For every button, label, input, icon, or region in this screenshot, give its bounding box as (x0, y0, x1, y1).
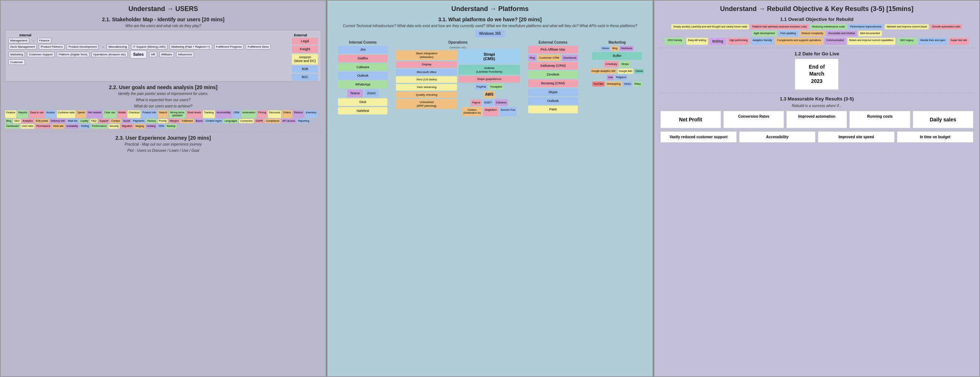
org-it: IT Support (Moving LMS) (131, 44, 167, 50)
mkt-gads: Google Ads (618, 69, 633, 74)
section-23-sub2: Plot - Users vs Discover / Learn / Use /… (5, 149, 321, 153)
int-ext-header: Internal External (8, 34, 318, 37)
ops-paypal: PayPal (475, 84, 487, 90)
note-59: CDN (158, 124, 165, 128)
internal-label: Internal (19, 34, 32, 37)
windows365-sticky: Windows 365 (475, 30, 505, 37)
note-17: CRM (232, 110, 240, 118)
platforms-grid: Internal Comms Jira Dialfire Callware Ou… (332, 40, 648, 117)
org-row-2: Deck Management Product Partners Product… (8, 44, 289, 50)
external-comms-title: External Comms (522, 40, 584, 45)
section-23-sub1: Practical - Map out our user experience … (5, 142, 321, 146)
ops-eset: ESET (483, 99, 493, 106)
note-48: Dashboard (5, 124, 20, 128)
notes-cluster-22: Finance Reports Easy to use Access Custo… (5, 110, 321, 129)
kr-customer-support: Vastly reduced customer support (660, 131, 737, 143)
note-46: API access (281, 119, 296, 123)
external-label: External (294, 34, 307, 37)
section-22-header: 2.2. User goals and needs analysis [20 m… (5, 84, 321, 90)
mkt-canva: Canva (634, 69, 644, 74)
section-11-title: 1.1 Overall Objective for Rebuild (659, 16, 975, 22)
obj-7: Agile development (752, 31, 777, 36)
note-40: Brand (195, 119, 204, 123)
note-30: Loyalty (79, 119, 89, 123)
kr-row-1: Net Profit Conversion Rates Improved aut… (660, 111, 974, 128)
note-16: Accessibility (216, 110, 232, 118)
kr-daily-sales: Daily sales (913, 111, 974, 128)
section-13: 1.3 Measurable Key Results (3-5) Rebuild… (659, 96, 975, 143)
note-10: Checkout (127, 110, 141, 118)
ops-figma: Figma (471, 99, 482, 106)
ops-stripe: Stripe graphite/css (458, 76, 520, 83)
org-row-4: Customer (8, 59, 289, 65)
plat-teams: Teams (347, 89, 363, 97)
note-60: Backup (166, 124, 177, 128)
note-49: User roles (21, 124, 34, 128)
note-12: Search (158, 110, 168, 118)
testing-note: testing (710, 38, 726, 45)
obj-21: Super fast site (949, 38, 969, 45)
ops-inner-grid: Slack Integration(Atlassian) Display Mic… (396, 49, 520, 117)
mkt-jula: Jula (607, 75, 614, 80)
mkt-ridgacre: Ridgacre (615, 75, 627, 80)
obj-20: Handle their and open (918, 38, 947, 45)
note-47: Reporting (297, 119, 310, 123)
middle-panel: Understand → Platforms 3.1. What platfor… (326, 0, 653, 377)
org-product-partners: Product Partners (39, 44, 64, 50)
note-32: Support (98, 119, 110, 123)
section-31-sub: Current Technical Infrastructure? What d… (332, 24, 648, 28)
plat-dialfire: Dialfire (338, 54, 387, 62)
note-8: Clear nav (103, 110, 116, 118)
ext-dashbook: Dashbook (562, 54, 578, 61)
obj-13: Easy AB testing (686, 38, 708, 45)
ext-b2c: B2C (292, 74, 318, 81)
aws-row: AWS (458, 91, 520, 98)
org-product-dev: Product Development (67, 44, 99, 50)
note-15: Tracking (203, 110, 215, 118)
mkt-dashbook: Dashbook (620, 46, 633, 51)
note-13: Wrong itemsuploaded (169, 110, 185, 118)
external-comms-col: External Comms Pick Affiliate Mac Reg Cu… (522, 40, 584, 117)
ops-sellbrite: Sellbrite(Lambda Functions) (458, 65, 520, 75)
ops-slack: Slack Integration(Atlassian) (396, 50, 457, 60)
ext-reg: Reg (528, 54, 536, 61)
obj-14: High performing (728, 38, 750, 45)
note-20: Discounts (268, 110, 281, 118)
note-52: Scalability (65, 124, 79, 128)
note-36: Factory (146, 119, 157, 123)
section-12-title: 1.2 Date for Go Live (659, 51, 975, 56)
ops-stagflation: Stagflation (484, 107, 498, 116)
internal-comms-col: Internal Comms Jira Dialfire Callware Ou… (332, 40, 394, 117)
ext-skype: Skype (528, 88, 578, 96)
plat-natwest: NatWest (338, 107, 387, 115)
note-25: SEO (13, 119, 21, 123)
windows365-container: Windows 365 (332, 30, 648, 37)
note-4: Access (45, 110, 56, 118)
section-11: 1.1 Overall Objective for Rebuild Simply… (659, 16, 975, 45)
ext-burstseg: Burstseg (CRM) (528, 80, 578, 87)
middle-panel-title: Understand → Platforms (332, 5, 648, 13)
section-13-title: 1.3 Measurable Key Results (3-5) (659, 96, 975, 102)
ops-acronis: Acronis True (500, 107, 517, 116)
obj-10: Accessible and intuitive (827, 31, 857, 36)
ops-xero: Xero (US tasks) (396, 76, 457, 83)
note-42: Languages (223, 119, 239, 123)
internal-comms-title: Internal Comms (332, 40, 394, 45)
ext-outlook-ext: Outlook (528, 97, 578, 105)
note-54: Performance (91, 124, 108, 128)
ext-pick-affiliate: Pick Affiliate Mac (528, 46, 578, 54)
obj-5: Maintain and improve current travel (885, 24, 929, 29)
section-12: 1.2 Date for Go Live End ofMarch2023 (659, 51, 975, 90)
note-56: Migration (121, 124, 133, 128)
note-38: Margins (169, 119, 180, 123)
note-50: Permissions (35, 124, 51, 128)
kr-conversion: Conversion Rates (723, 111, 784, 128)
kr-accessibility: Accessibility (739, 131, 816, 143)
ext-zendesk: Zendesk (528, 71, 578, 78)
note-51: Multi-site (52, 124, 64, 128)
note-5: Customer data (57, 110, 76, 118)
stickies-row1: Simply worded, carefully and well though… (659, 24, 975, 36)
ops-msoffice: Microsoft office (396, 69, 457, 75)
note-11: Product info (142, 110, 157, 118)
note-44: GDPR (255, 119, 264, 123)
